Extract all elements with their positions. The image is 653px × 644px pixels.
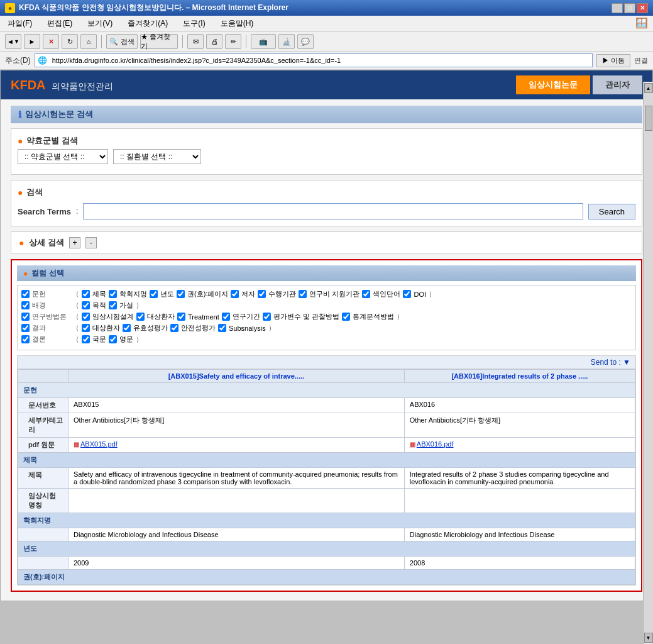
doc-num-label: 문서번호 <box>18 398 69 413</box>
journal-section-header: 학회지명 <box>18 513 635 528</box>
cb-institution-label: 수행기관 <box>268 289 296 299</box>
sub-category-label: 세부카테고리 <box>18 413 69 438</box>
cb-title[interactable] <box>82 290 90 298</box>
cb-volume[interactable] <box>177 290 185 298</box>
cb-efficacy[interactable] <box>123 324 131 332</box>
close-button[interactable]: ✕ <box>637 3 648 13</box>
cb-period[interactable] <box>222 313 230 321</box>
cb-year[interactable] <box>150 290 158 298</box>
cb-trial-design-label: 임상시험설계 <box>92 312 134 321</box>
menu-edit[interactable]: 편집(E) <box>45 17 75 30</box>
cb-doc[interactable] <box>21 290 30 298</box>
cb-safety[interactable] <box>170 324 178 332</box>
cb-korean[interactable] <box>82 335 90 343</box>
cb-hypothesis[interactable] <box>109 301 117 309</box>
edit-button[interactable]: ✏ <box>225 34 241 49</box>
col2-doc-num: ABX016 <box>404 398 635 413</box>
refresh-button[interactable]: ↻ <box>62 34 78 49</box>
forward-button[interactable]: ► <box>24 34 40 49</box>
favorites-toolbar-button[interactable]: ★ 즐겨찾기 <box>140 34 178 49</box>
cb-efficacy-label: 유효성평가 <box>133 323 168 333</box>
menu-file[interactable]: 파일(F) <box>5 17 35 30</box>
tab-clinical-papers[interactable]: 임상시험논문 <box>516 75 590 94</box>
send-to-bar[interactable]: Send to : ▼ <box>18 356 635 369</box>
cb-treatment[interactable] <box>177 313 185 321</box>
home-button[interactable]: ⌂ <box>80 34 97 49</box>
window-title: KFDA 식품의약품 안전청 임상시험청보방입니다. – Microsoft I… <box>19 3 288 13</box>
col1-title-link[interactable]: [ABX015]Safety and efficacy of intrave..… <box>168 372 304 380</box>
table-row: Diagnostic Microbiology and Infectious D… <box>18 528 635 541</box>
messenger-button[interactable]: 💬 <box>297 34 314 49</box>
menu-bar: 파일(F) 편집(E) 보기(V) 즐겨찾기(A) 도구(I) 도움말(H) 🪟 <box>0 16 653 32</box>
col-group-doc: 문헌 <box>32 289 70 299</box>
menu-favorites[interactable]: 즐겨찾기(A) <box>125 17 170 30</box>
kfda-header: KFDA 의약품안전관리 임상시험논문 관리자 <box>1 70 652 99</box>
drug-class-select[interactable]: :: 약효군별 선택 :: <box>18 149 108 164</box>
header-col1[interactable]: [ABX015]Safety and efficacy of intrave..… <box>69 370 405 383</box>
title-label: 제목 <box>18 468 69 489</box>
window-icon: e <box>5 3 15 13</box>
window-title-bar: e KFDA 식품의약품 안전청 임상시험청보방입니다. – Microsoft… <box>0 0 653 16</box>
minimize-button[interactable]: _ <box>612 3 623 13</box>
cb-background[interactable] <box>21 301 30 309</box>
cb-author[interactable] <box>231 290 239 298</box>
cb-keyword[interactable] <box>362 290 370 298</box>
cb-subjects[interactable] <box>136 313 145 321</box>
table-row: pdf 원문 ▦ ABX015.pdf ▦ ABX016.pdf <box>18 438 635 453</box>
cb-institution[interactable] <box>258 290 266 298</box>
title-section-header: 제목 <box>18 453 635 468</box>
browser-content: KFDA 의약품안전관리 임상시험논문 관리자 ℹ 임상시험논문 검색 ● 약효… <box>0 70 653 601</box>
go-button[interactable]: ▶ 이동 <box>596 54 630 67</box>
research-button[interactable]: 🔬 <box>278 34 295 49</box>
scroll-up[interactable]: ▲ <box>644 83 653 93</box>
cb-journal[interactable] <box>109 290 117 298</box>
volume-section-header: 권(호):페이지 <box>18 570 635 585</box>
col1-pdf-link[interactable]: ▦ ABX015.pdf <box>74 440 399 448</box>
menu-help[interactable]: 도움말(H) <box>218 17 256 30</box>
search-colon: : <box>76 207 78 216</box>
table-row: 문헌 <box>18 383 635 398</box>
cb-methods[interactable] <box>21 313 30 321</box>
menu-tools[interactable]: 도구(I) <box>180 17 207 30</box>
cb-funding[interactable] <box>299 290 307 298</box>
maximize-button[interactable]: □ <box>624 3 635 13</box>
cb-trial-design[interactable] <box>82 313 90 321</box>
cb-purpose[interactable] <box>82 301 90 309</box>
col2-pdf[interactable]: ▦ ABX016.pdf <box>404 438 635 453</box>
tab-admin[interactable]: 관리자 <box>593 75 642 94</box>
advanced-minus-button[interactable]: - <box>85 237 97 248</box>
disease-select[interactable]: :: 질환별 선택 :: <box>113 149 201 164</box>
back-button[interactable]: ◄ ▼ <box>5 34 21 49</box>
advanced-plus-button[interactable]: + <box>69 237 80 248</box>
cb-res-subjects[interactable] <box>82 324 90 332</box>
header-col2[interactable]: [ABX016]Integrated results of 2 phase ..… <box>404 370 635 383</box>
col2-pdf-link[interactable]: ▦ ABX016.pdf <box>410 440 630 448</box>
search-button[interactable]: Search <box>588 204 635 219</box>
cb-conclusion[interactable] <box>21 335 30 343</box>
menu-view[interactable]: 보기(V) <box>85 17 115 30</box>
cb-eval-var-label: 평가변수 및 관찰방법 <box>273 312 339 321</box>
pdf-label: pdf 원문 <box>18 438 69 453</box>
media-button[interactable]: 📺 <box>251 34 276 49</box>
table-row: 권(호):페이지 <box>18 570 635 585</box>
cb-eval-var[interactable] <box>263 313 271 321</box>
cb-english[interactable] <box>109 335 117 343</box>
scroll-thumb[interactable] <box>645 106 652 131</box>
stop-button[interactable]: ✕ <box>43 34 59 49</box>
cb-subsnalysis-label: Subsnalysis <box>229 325 266 332</box>
mail-button[interactable]: ✉ <box>187 34 204 49</box>
address-input[interactable] <box>50 54 592 67</box>
search-input[interactable] <box>83 203 583 219</box>
col1-journal: Diagnostic Microbiology and Infectious D… <box>69 528 405 541</box>
col-group-results: 결과 <box>32 323 70 333</box>
col1-category: Other Antibiotics[기타 항생제] <box>69 413 405 438</box>
cb-doi[interactable] <box>403 290 411 298</box>
col2-title-link[interactable]: [ABX016]Integrated results of 2 phase ..… <box>451 372 588 380</box>
cb-subsnalysis[interactable] <box>218 324 226 332</box>
col1-pdf[interactable]: ▦ ABX015.pdf <box>69 438 405 453</box>
print-button[interactable]: 🖨 <box>206 34 222 49</box>
cb-results[interactable] <box>21 324 30 332</box>
search-toolbar-button[interactable]: 🔍 검색 <box>106 34 138 49</box>
cb-stats[interactable] <box>342 313 350 321</box>
red-border-section: ● 컬럼 선택 문헌 （ 제목 학회지명 년도 권(호):페이지 <box>11 259 642 592</box>
